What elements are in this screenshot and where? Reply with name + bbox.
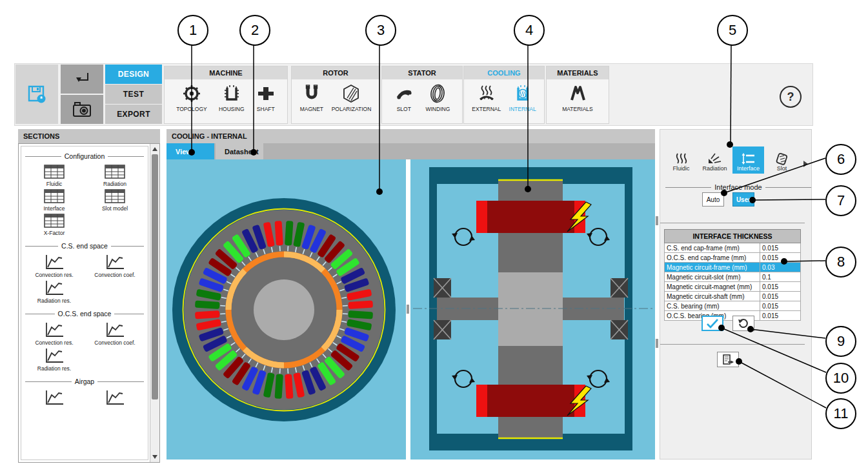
topology-label: TOPOLOGY: [176, 106, 207, 112]
scrollbar-thumb[interactable]: [152, 154, 158, 399]
sidebar-item-cs-convection-coef[interactable]: Convection coef.: [94, 254, 135, 278]
interface-mode-auto-button[interactable]: Auto: [702, 192, 724, 207]
toolbar-item-slot[interactable]: SLOT: [394, 84, 414, 112]
sidebar-item-ocs-convection-coef[interactable]: Convection coef.: [94, 321, 135, 346]
snapshot-button[interactable]: [61, 95, 103, 124]
sections-scrollbar[interactable]: [150, 144, 159, 462]
toolbar-item-materials[interactable]: MATERIALS: [562, 84, 593, 112]
table-row[interactable]: C.S. bearing (mm)0.015: [665, 301, 801, 311]
slot-label: SLOT: [397, 106, 411, 112]
cooling-radial-view[interactable]: [167, 159, 406, 460]
sidebar-item-slot-model[interactable]: Slot model: [102, 188, 128, 212]
materials-label: MATERIALS: [562, 106, 593, 112]
table-icon: [43, 188, 65, 204]
machine-group-title: MACHINE: [165, 66, 287, 79]
check-icon: [706, 318, 719, 328]
section-group-cs-end-space: C.S. end space: [25, 242, 144, 250]
cs-convection-res-label: Convection res.: [35, 272, 73, 278]
undo-button[interactable]: [61, 65, 103, 94]
apply-button[interactable]: [701, 316, 723, 331]
divider: [660, 223, 805, 223]
callout-7: 7: [825, 185, 856, 216]
undo-arrow-icon: [72, 70, 92, 88]
external-cooling-icon: [477, 84, 496, 103]
magnet-label: MAGNET: [300, 106, 323, 112]
sidebar-item-cs-radiation-res[interactable]: Radiation res.: [37, 279, 71, 304]
section-group-ocs-end-space: O.C.S. end space: [25, 310, 144, 318]
internal-tab-fluidic[interactable]: Fluidic: [665, 147, 697, 174]
reset-button[interactable]: [732, 316, 754, 331]
toolbar-item-external[interactable]: EXTERNAL: [472, 84, 501, 112]
materials-group-title: MATERIALS: [547, 66, 609, 79]
sidebar-item-airgap-2[interactable]: [104, 389, 126, 407]
table-row[interactable]: Magnetic circuit-magnet (mm)0.015: [665, 282, 801, 292]
curve-icon: [104, 389, 126, 406]
polarization-icon: [341, 84, 361, 103]
interface-tab-label: Interface: [737, 165, 760, 172]
curve-icon: [43, 321, 65, 338]
toolbar-item-internal[interactable]: INTERNAL: [509, 84, 536, 112]
interface-mode-label: Interface mode: [714, 183, 762, 191]
export-button[interactable]: EXPORT: [105, 105, 162, 124]
slot-icon: [394, 84, 414, 103]
interface-tab-icon: [741, 152, 756, 165]
toolbar-item-housing[interactable]: HOUSING: [219, 84, 245, 112]
table-row[interactable]: Magnetic circuit-slot (mm)0.1: [665, 272, 801, 282]
toolbar-item-winding[interactable]: WINDING: [425, 84, 450, 112]
internal-tab-radiation[interactable]: Radiation: [699, 147, 731, 174]
radiation-tab-label: Radiation: [702, 165, 727, 172]
rotor-group-title: ROTOR: [292, 66, 379, 79]
sidebar-item-airgap-1[interactable]: [43, 389, 65, 407]
view-splitter[interactable]: [407, 305, 409, 314]
cooling-axial-view[interactable]: [410, 159, 655, 460]
toolbar-item-magnet[interactable]: MAGNET: [300, 84, 323, 112]
callout-6: 6: [825, 144, 856, 175]
scroll-down-icon[interactable]: [152, 455, 157, 459]
sections-panel: Configuration Fluidic Radiation Interfac…: [18, 143, 160, 463]
stator-group-title: STATOR: [382, 66, 462, 79]
table-icon: [104, 188, 126, 204]
cs-radiation-res-label: Radiation res.: [37, 298, 71, 304]
sections-panel-title: SECTIONS: [18, 129, 160, 143]
toolbar-group-machine: MACHINE TOPOLOGY: [164, 66, 288, 124]
table-row[interactable]: C.S. end cap-frame (mm)0.015: [665, 243, 801, 253]
rotor-end-top: [498, 234, 563, 272]
internal-tab-interface[interactable]: Interface: [732, 147, 764, 174]
winding-label: WINDING: [425, 106, 450, 112]
sidebar-item-interface[interactable]: Interface: [43, 188, 65, 212]
toolbar-item-shaft[interactable]: SHAFT: [256, 84, 276, 112]
scroll-up-icon[interactable]: [152, 147, 157, 151]
ocs-convection-coef-label: Convection coef.: [94, 339, 135, 346]
export-results-button[interactable]: [717, 352, 739, 367]
internal-tab-slot[interactable]: Slot: [766, 147, 798, 174]
help-button[interactable]: ?: [780, 86, 802, 108]
sidebar-item-ocs-convection-res[interactable]: Convection res.: [35, 321, 73, 346]
cooling-group-title: COOLING: [464, 66, 544, 79]
callout-4: 4: [514, 15, 545, 46]
more-tabs-arrow-icon[interactable]: [803, 161, 808, 167]
toolbar-item-polarization[interactable]: POLARIZATION: [332, 84, 372, 112]
panel-splitter-bottom[interactable]: [656, 339, 658, 348]
save-button[interactable]: *: [15, 65, 58, 124]
table-row-selected[interactable]: Magnetic circuit-frame (mm)0.03: [665, 263, 801, 272]
interface-thickness-table: INTERFACE THICKNESS C.S. end cap-frame (…: [664, 229, 801, 321]
design-button[interactable]: DESIGN: [105, 65, 162, 84]
sidebar-item-fluidic[interactable]: Fluidic: [43, 164, 65, 187]
toolbar-item-topology[interactable]: TOPOLOGY: [176, 84, 207, 112]
test-button[interactable]: TEST: [105, 85, 162, 104]
sidebar-item-ocs-radiation-res[interactable]: Radiation res.: [37, 347, 71, 372]
sidebar-item-radiation[interactable]: Radiation: [103, 164, 126, 187]
toolbar-group-rotor: ROTOR MAGNET: [291, 66, 380, 124]
panel-splitter-top[interactable]: [656, 216, 658, 225]
table-row[interactable]: O.C.S. end cap-frame (mm)0.015: [665, 253, 801, 263]
sidebar-item-x-factor[interactable]: X-Factor: [43, 213, 65, 236]
table-row[interactable]: Magnetic circuit-shaft (mm)0.015: [665, 292, 801, 301]
toolbar-group-materials: MATERIALS MATERIALS: [546, 66, 609, 124]
tab-datasheet[interactable]: Datasheet: [216, 143, 263, 159]
tab-view[interactable]: View: [167, 143, 214, 159]
ocs-radiation-res-label: Radiation res.: [37, 365, 71, 372]
sidebar-item-cs-convection-res[interactable]: Convection res.: [35, 254, 73, 278]
axial-cross-section: [410, 159, 655, 460]
callout-10: 10: [825, 363, 856, 394]
interface-mode-user-button[interactable]: User: [732, 192, 754, 207]
